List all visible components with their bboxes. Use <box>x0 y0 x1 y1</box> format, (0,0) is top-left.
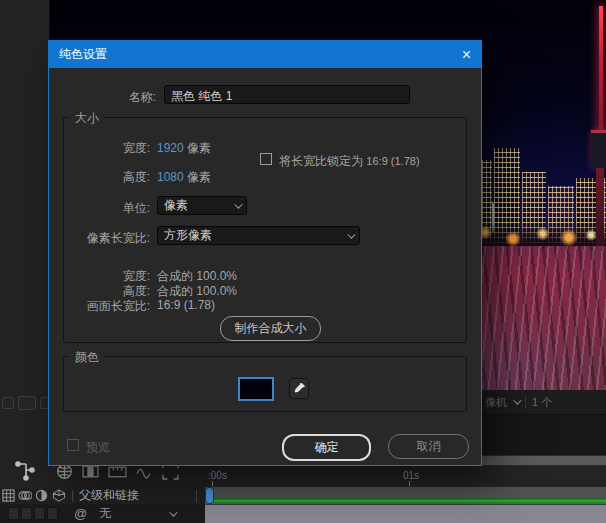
units-value: 像素 <box>164 197 188 214</box>
lock-aspect-checkbox[interactable] <box>260 153 272 165</box>
frame-aspect-label: 画面长宽比: <box>64 298 150 315</box>
pick-whip-tree-icon[interactable] <box>14 458 40 484</box>
ruler-tick <box>212 481 213 486</box>
height-number: 1080 <box>157 170 184 184</box>
dialog-title: 纯色设置 <box>59 46 107 63</box>
pick-whip-icon[interactable]: @ <box>74 506 87 521</box>
cn-tower-shaft <box>596 168 604 246</box>
dialog-title-bar[interactable]: 纯色设置 × <box>49 41 481 68</box>
height-label: 高度: <box>64 169 150 186</box>
name-input[interactable]: 黑色 纯色 1 <box>164 85 410 104</box>
size-group-legend: 大小 <box>70 110 104 127</box>
ruler-tick <box>409 481 410 486</box>
eyedropper-icon <box>293 382 306 395</box>
ruler-label-0s: :00s <box>208 470 227 481</box>
motion-blur-icon[interactable] <box>18 489 32 502</box>
monitor-icon[interactable] <box>18 396 36 410</box>
viewer-option-icon[interactable] <box>2 397 14 409</box>
adjustment-layer-icon[interactable] <box>35 489 48 502</box>
layer-switch-cell[interactable] <box>21 507 32 520</box>
ruler-label-1s: 01s <box>403 470 419 481</box>
layer-row: @ 无 <box>0 504 205 523</box>
view-count[interactable]: 1 个 <box>532 395 552 410</box>
horizontal-scrollbar[interactable] <box>482 455 606 466</box>
preview-label: 预览 <box>86 439 110 456</box>
parent-link-header: 父级和链接 <box>79 487 139 504</box>
size-group: 大小 宽度: 1920 像素 高度: 1080 像素 将长宽比锁定为 16:9 … <box>63 117 467 343</box>
layer-duration-bar[interactable] <box>205 504 606 523</box>
comp-panel-toolbar: 像机 1 个 <box>482 390 606 415</box>
layer-switch-cell[interactable] <box>8 507 19 520</box>
layer-switch-cell[interactable] <box>47 507 58 520</box>
name-input-value: 黑色 纯色 1 <box>171 89 232 103</box>
color-group-legend: 颜色 <box>70 349 104 366</box>
app-window: 像机 1 个 :00s 01s <box>0 0 606 523</box>
color-swatch[interactable] <box>238 377 274 401</box>
camera-selector[interactable]: 像机 <box>485 395 507 410</box>
width-label: 宽度: <box>64 140 150 157</box>
units-label: 单位: <box>64 200 150 217</box>
pixel-aspect-dropdown[interactable]: 方形像素 <box>157 226 360 245</box>
chevron-down-icon <box>513 396 521 404</box>
lock-aspect-label: 将长宽比锁定为 16:9 (1.78) <box>279 153 420 170</box>
solid-settings-dialog: 纯色设置 × 名称: 黑色 纯色 1 大小 宽度: 1920 像素 高度: 10… <box>48 40 482 466</box>
chevron-down-icon <box>347 230 355 238</box>
cn-tower-antenna <box>599 6 603 136</box>
units-dropdown[interactable]: 像素 <box>157 196 247 215</box>
3d-layer-icon[interactable] <box>52 489 66 502</box>
pixel-aspect-label: 像素长宽比: <box>64 230 150 247</box>
height-value: 1080 像素 <box>157 169 211 186</box>
left-panel <box>0 0 50 455</box>
make-comp-size-button[interactable]: 制作合成大小 <box>220 316 321 341</box>
frame-aspect-value: 16:9 (1.78) <box>157 298 215 312</box>
chevron-down-icon[interactable] <box>169 508 177 516</box>
divider <box>72 490 73 502</box>
lock-aspect-ratio: 16:9 (1.78) <box>366 155 419 167</box>
cn-tower-pod <box>591 130 606 168</box>
divider <box>196 490 197 502</box>
close-icon[interactable]: × <box>462 47 471 63</box>
layer-switch-cell[interactable] <box>34 507 45 520</box>
pixel-aspect-value: 方形像素 <box>164 227 212 244</box>
preview-checkbox[interactable] <box>67 439 79 451</box>
width-number: 1920 <box>157 141 184 155</box>
timeline-column-header: 父级和链接 <box>0 487 205 504</box>
eyedropper-button[interactable] <box>289 378 309 399</box>
playhead[interactable] <box>205 487 214 504</box>
panel-gap <box>482 415 606 455</box>
height-unit: 像素 <box>187 170 211 184</box>
width-value: 1920 像素 <box>157 140 211 157</box>
cancel-button[interactable]: 取消 <box>388 434 469 459</box>
name-label: 名称: <box>59 89 156 106</box>
ok-button[interactable]: 确定 <box>282 434 371 461</box>
chevron-down-icon <box>234 200 242 208</box>
lock-aspect-text: 将长宽比锁定为 <box>279 154 363 168</box>
parent-select-value[interactable]: 无 <box>99 505 111 522</box>
color-group: 颜色 <box>63 356 467 412</box>
frame-blend-icon[interactable] <box>2 489 15 502</box>
time-ruler[interactable]: :00s 01s <box>205 467 606 487</box>
divider <box>525 396 526 408</box>
width-unit: 像素 <box>187 141 211 155</box>
